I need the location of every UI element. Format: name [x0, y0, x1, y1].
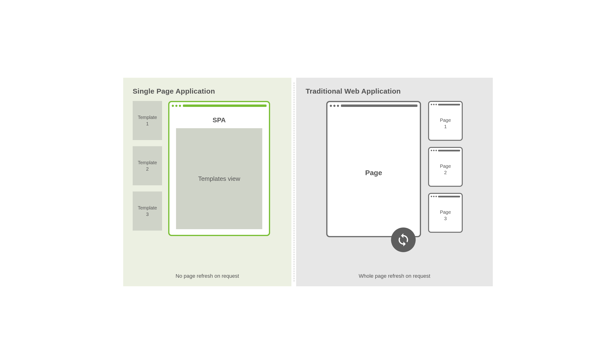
- traffic-lights-icon: [431, 196, 437, 197]
- template-tile: Template 3: [133, 192, 162, 231]
- browser-chrome: [327, 102, 420, 109]
- mini-page-label: Page 1: [429, 107, 462, 140]
- browser-body: SPA Templates view: [169, 109, 269, 235]
- spa-caption: No page refresh on request: [133, 273, 282, 279]
- traffic-lights-icon: [172, 105, 181, 107]
- mini-page-label: Page 2: [429, 153, 462, 186]
- browser-chrome: [429, 194, 462, 199]
- refresh-icon: [391, 228, 416, 252]
- traditional-panel: Traditional Web Application Page: [296, 78, 493, 286]
- address-bar-icon: [438, 196, 460, 197]
- spa-label: SPA: [213, 116, 226, 124]
- template-tile: Template 2: [133, 146, 162, 185]
- address-bar-icon: [438, 104, 460, 105]
- template-tile: Template 1: [133, 101, 162, 140]
- templates-view-box: Templates view: [176, 128, 262, 229]
- address-bar-icon: [341, 104, 417, 107]
- page-label: Page: [327, 109, 420, 236]
- browser-chrome: [169, 102, 269, 109]
- spa-browser-window: SPA Templates view: [168, 101, 270, 236]
- traditional-title: Traditional Web Application: [306, 87, 483, 95]
- traditional-caption: Whole page refresh on request: [306, 273, 483, 279]
- spa-panel: Single Page Application Template 1 Templ…: [123, 78, 291, 286]
- mini-page-window: Page 1: [428, 101, 463, 141]
- mini-page-window: Page 2: [428, 147, 463, 187]
- browser-chrome: [429, 148, 462, 153]
- page-stack: Page 1 Page 2 Page 3: [428, 101, 463, 270]
- panel-divider: [294, 82, 294, 282]
- traditional-main-window: Page: [326, 101, 421, 237]
- mini-page-label: Page 3: [429, 199, 462, 232]
- diagram-canvas: Single Page Application Template 1 Templ…: [123, 78, 493, 286]
- spa-diagram: Template 1 Template 2 Template 3 SPA Tem…: [133, 101, 282, 268]
- traditional-diagram: Page Page 1 Page 2: [306, 101, 483, 270]
- traffic-lights-icon: [330, 105, 339, 107]
- mini-page-window: Page 3: [428, 193, 463, 233]
- address-bar-icon: [438, 150, 460, 151]
- traffic-lights-icon: [431, 150, 437, 151]
- browser-chrome: [429, 102, 462, 107]
- traffic-lights-icon: [431, 104, 437, 105]
- address-bar-icon: [183, 104, 267, 107]
- spa-title: Single Page Application: [133, 87, 282, 95]
- template-stack: Template 1 Template 2 Template 3: [133, 101, 162, 268]
